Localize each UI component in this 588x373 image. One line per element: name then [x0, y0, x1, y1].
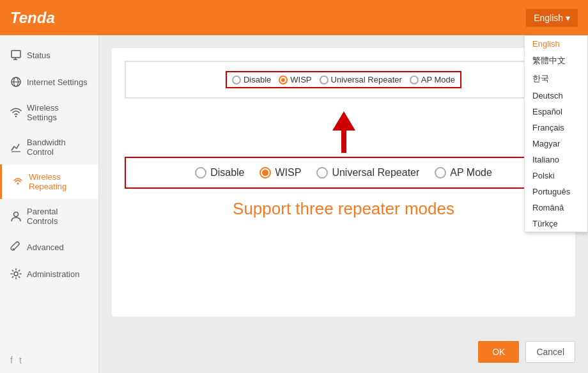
- sidebar-label-parental-controls: Parental Controls: [27, 207, 88, 226]
- sidebar: StatusInternet SettingsWireless Settings…: [0, 35, 99, 373]
- sidebar-item-bandwidth-control[interactable]: Bandwidth Control: [0, 130, 98, 164]
- cancel-button[interactable]: Cancel: [525, 341, 575, 363]
- radio-label: WISP: [290, 75, 311, 84]
- sidebar-label-wireless-repeating: Wireless Repeating: [29, 172, 88, 191]
- sidebar-item-wireless-settings[interactable]: Wireless Settings: [0, 95, 98, 130]
- radio-circle-lg-icon: [435, 167, 446, 179]
- social-links: ft: [0, 347, 98, 373]
- lang-option-français[interactable]: Français: [525, 120, 587, 136]
- arrow-indicator: [125, 111, 562, 153]
- lang-option-polski[interactable]: Polski: [525, 168, 587, 184]
- arrow-shaft: [341, 131, 346, 153]
- radio-circle-lg-icon: [316, 167, 328, 179]
- sidebar-label-advanced: Advanced: [27, 242, 64, 252]
- top-radio-ap-mode[interactable]: AP Mode: [410, 75, 455, 84]
- sidebar-item-parental-controls[interactable]: Parental Controls: [0, 199, 98, 234]
- wifi-icon: [10, 107, 22, 118]
- globe-icon: [10, 76, 22, 88]
- facebook-icon[interactable]: f: [10, 355, 13, 365]
- svg-point-11: [14, 272, 18, 276]
- bottom-radio-disable[interactable]: Disable: [195, 167, 244, 179]
- gear-icon: [10, 268, 22, 280]
- svg-point-8: [17, 183, 19, 185]
- sidebar-item-status[interactable]: Status: [0, 42, 98, 68]
- monitor-icon: [10, 49, 22, 61]
- lang-option-español[interactable]: Español: [525, 104, 587, 120]
- lang-option-italiano[interactable]: Italiano: [525, 152, 587, 168]
- content-box: DisableWISPUniversal RepeaterAP Mode Dis…: [112, 48, 575, 317]
- language-button[interactable]: English ▾: [526, 9, 578, 27]
- radio-label: Disable: [244, 75, 271, 84]
- screenshot-radio-group: DisableWISPUniversal RepeaterAP Mode: [226, 71, 461, 88]
- person-icon: [10, 210, 22, 222]
- radio-label-large: AP Mode: [450, 167, 492, 179]
- bottom-radio-universal-repeater[interactable]: Universal Repeater: [316, 167, 419, 179]
- lang-option-english[interactable]: English: [525, 36, 587, 52]
- radio-label-large: WISP: [275, 167, 301, 179]
- sidebar-label-internet-settings: Internet Settings: [27, 77, 88, 87]
- logo: Tenda: [10, 9, 55, 27]
- ok-button[interactable]: OK: [478, 341, 519, 363]
- top-radio-universal-repeater[interactable]: Universal Repeater: [320, 75, 402, 84]
- lang-option-română[interactable]: Română: [525, 200, 587, 216]
- main-layout: StatusInternet SettingsWireless Settings…: [0, 35, 588, 373]
- sidebar-item-advanced[interactable]: Advanced: [0, 234, 98, 260]
- lang-option-magyar[interactable]: Magyar: [525, 136, 587, 152]
- bottom-radio-box: DisableWISPUniversal RepeaterAP Mode: [125, 157, 562, 189]
- twitter-icon[interactable]: t: [19, 355, 22, 365]
- svg-point-6: [15, 116, 17, 117]
- bottom-radio-wisp[interactable]: WISP: [259, 167, 301, 179]
- lang-option-繁體中文[interactable]: 繁體中文: [525, 52, 587, 70]
- top-radio-wisp[interactable]: WISP: [279, 75, 311, 84]
- svg-rect-0: [12, 51, 20, 58]
- radio-circle-icon: [232, 75, 241, 84]
- sidebar-item-administration[interactable]: Administration: [0, 260, 98, 287]
- lang-option-português[interactable]: Português: [525, 184, 587, 200]
- main-content: DisableWISPUniversal RepeaterAP Mode Dis…: [99, 35, 588, 373]
- screenshot-area: DisableWISPUniversal RepeaterAP Mode: [125, 61, 562, 99]
- radio-circle-icon: [320, 75, 329, 84]
- sidebar-label-wireless-settings: Wireless Settings: [27, 103, 88, 122]
- svg-point-9: [14, 212, 19, 217]
- radio-circle-icon: [410, 75, 419, 84]
- header: Tenda English ▾: [0, 0, 588, 35]
- arrow-up-icon: [332, 111, 355, 131]
- language-dropdown: English繁體中文한국DeutschEspañolFrançaisMagya…: [524, 35, 588, 232]
- bottom-radio-ap-mode[interactable]: AP Mode: [435, 167, 492, 179]
- radio-circle-lg-icon: [259, 167, 271, 179]
- lang-option-türkçe[interactable]: Türkçe: [525, 216, 587, 232]
- radio-circle-icon: [279, 75, 288, 84]
- chart-icon: [10, 141, 22, 153]
- radio-label-large: Universal Repeater: [332, 167, 419, 179]
- radio-label-large: Disable: [210, 167, 244, 179]
- sidebar-label-administration: Administration: [27, 269, 79, 279]
- sidebar-item-wireless-repeating[interactable]: Wireless Repeating: [0, 164, 98, 199]
- top-radio-disable[interactable]: Disable: [232, 75, 271, 84]
- radio-label: Universal Repeater: [331, 75, 402, 84]
- sidebar-label-bandwidth-control: Bandwidth Control: [27, 138, 88, 157]
- top-radio-options: DisableWISPUniversal RepeaterAP Mode: [232, 75, 455, 84]
- radio-circle-lg-icon: [195, 167, 206, 179]
- radio-label: AP Mode: [421, 75, 455, 84]
- wrench-icon: [10, 241, 22, 253]
- lang-option-한국[interactable]: 한국: [525, 70, 587, 88]
- lang-option-deutsch[interactable]: Deutsch: [525, 88, 587, 104]
- sidebar-label-status: Status: [27, 51, 50, 60]
- signal-icon: [12, 176, 24, 187]
- footer-buttons: OK Cancel: [478, 341, 575, 363]
- sidebar-item-internet-settings[interactable]: Internet Settings: [0, 68, 98, 95]
- support-text: Support three repeater modes: [125, 199, 562, 219]
